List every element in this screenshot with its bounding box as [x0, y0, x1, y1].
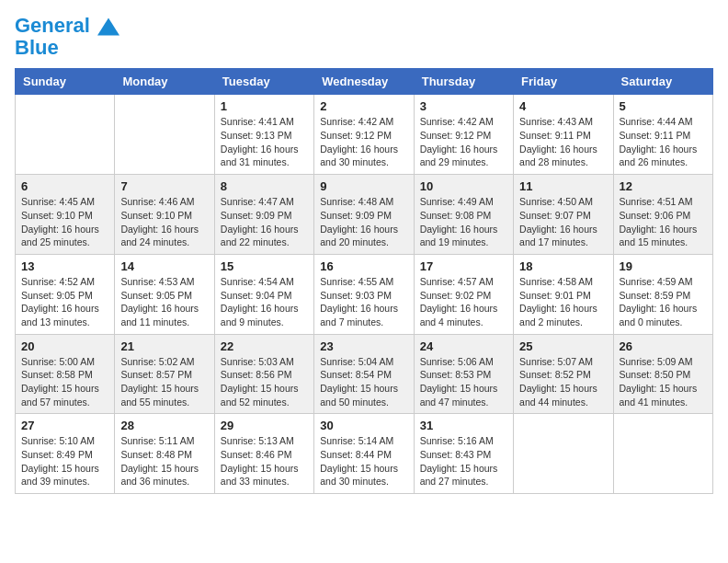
calendar-cell: 23Sunrise: 5:04 AM Sunset: 8:54 PM Dayli… — [314, 334, 414, 414]
calendar-week-2: 6Sunrise: 4:45 AM Sunset: 9:10 PM Daylig… — [16, 175, 713, 255]
calendar-cell: 3Sunrise: 4:42 AM Sunset: 9:12 PM Daylig… — [414, 95, 513, 175]
day-info: Sunrise: 4:46 AM Sunset: 9:10 PM Dayligh… — [120, 195, 208, 249]
weekday-header-friday: Friday — [514, 69, 613, 95]
day-number: 10 — [420, 179, 507, 193]
day-number: 22 — [221, 339, 308, 353]
calendar-cell: 28Sunrise: 5:11 AM Sunset: 8:48 PM Dayli… — [115, 414, 214, 494]
calendar-cell: 4Sunrise: 4:43 AM Sunset: 9:11 PM Daylig… — [514, 95, 613, 175]
day-info: Sunrise: 5:09 AM Sunset: 8:50 PM Dayligh… — [620, 355, 707, 409]
day-info: Sunrise: 4:42 AM Sunset: 9:12 PM Dayligh… — [320, 115, 407, 169]
calendar-cell: 29Sunrise: 5:13 AM Sunset: 8:46 PM Dayli… — [214, 414, 313, 494]
day-number: 13 — [21, 259, 108, 273]
day-number: 25 — [519, 339, 607, 353]
weekday-header-monday: Monday — [115, 69, 214, 95]
calendar-cell: 22Sunrise: 5:03 AM Sunset: 8:56 PM Dayli… — [214, 334, 313, 414]
day-number: 6 — [21, 179, 108, 193]
calendar-cell: 21Sunrise: 5:02 AM Sunset: 8:57 PM Dayli… — [115, 334, 214, 414]
weekday-header-saturday: Saturday — [613, 69, 712, 95]
weekday-header-thursday: Thursday — [414, 69, 513, 95]
day-number: 5 — [620, 99, 707, 113]
day-info: Sunrise: 4:50 AM Sunset: 9:07 PM Dayligh… — [519, 195, 607, 249]
day-info: Sunrise: 4:49 AM Sunset: 9:08 PM Dayligh… — [420, 195, 507, 249]
calendar-cell: 7Sunrise: 4:46 AM Sunset: 9:10 PM Daylig… — [115, 175, 214, 255]
calendar-cell: 16Sunrise: 4:55 AM Sunset: 9:03 PM Dayli… — [314, 254, 414, 334]
day-info: Sunrise: 5:11 AM Sunset: 8:48 PM Dayligh… — [120, 434, 208, 488]
calendar-cell: 15Sunrise: 4:54 AM Sunset: 9:04 PM Dayli… — [214, 254, 313, 334]
day-info: Sunrise: 4:42 AM Sunset: 9:12 PM Dayligh… — [420, 115, 507, 169]
day-info: Sunrise: 5:02 AM Sunset: 8:57 PM Dayligh… — [120, 355, 208, 409]
calendar-week-1: 1Sunrise: 4:41 AM Sunset: 9:13 PM Daylig… — [16, 95, 713, 175]
day-info: Sunrise: 5:16 AM Sunset: 8:43 PM Dayligh… — [420, 434, 507, 488]
day-number: 23 — [320, 339, 407, 353]
day-number: 19 — [620, 259, 707, 273]
day-number: 31 — [420, 419, 507, 432]
calendar-cell: 30Sunrise: 5:14 AM Sunset: 8:44 PM Dayli… — [314, 414, 414, 494]
calendar-cell: 24Sunrise: 5:06 AM Sunset: 8:53 PM Dayli… — [414, 334, 513, 414]
calendar-week-5: 27Sunrise: 5:10 AM Sunset: 8:49 PM Dayli… — [16, 414, 713, 494]
calendar-cell: 25Sunrise: 5:07 AM Sunset: 8:52 PM Dayli… — [514, 334, 613, 414]
day-info: Sunrise: 4:41 AM Sunset: 9:13 PM Dayligh… — [221, 115, 308, 169]
calendar-cell — [514, 414, 613, 494]
day-info: Sunrise: 4:55 AM Sunset: 9:03 PM Dayligh… — [320, 275, 407, 329]
day-number: 3 — [420, 99, 507, 113]
day-info: Sunrise: 4:57 AM Sunset: 9:02 PM Dayligh… — [420, 275, 507, 329]
weekday-header-sunday: Sunday — [16, 69, 115, 95]
page-header: General Blue — [15, 15, 713, 59]
day-number: 9 — [320, 179, 407, 193]
calendar-cell: 27Sunrise: 5:10 AM Sunset: 8:49 PM Dayli… — [16, 414, 115, 494]
day-number: 20 — [21, 339, 108, 353]
day-info: Sunrise: 4:59 AM Sunset: 8:59 PM Dayligh… — [620, 275, 707, 329]
day-number: 18 — [519, 259, 607, 273]
logo-text: General — [15, 15, 119, 37]
calendar-cell: 10Sunrise: 4:49 AM Sunset: 9:08 PM Dayli… — [414, 175, 513, 255]
day-number: 30 — [320, 419, 407, 432]
calendar-week-3: 13Sunrise: 4:52 AM Sunset: 9:05 PM Dayli… — [16, 254, 713, 334]
day-info: Sunrise: 4:58 AM Sunset: 9:01 PM Dayligh… — [519, 275, 607, 329]
calendar-header-row: SundayMondayTuesdayWednesdayThursdayFrid… — [16, 69, 713, 95]
calendar-week-4: 20Sunrise: 5:00 AM Sunset: 8:58 PM Dayli… — [16, 334, 713, 414]
day-info: Sunrise: 4:52 AM Sunset: 9:05 PM Dayligh… — [21, 275, 108, 329]
calendar-cell: 26Sunrise: 5:09 AM Sunset: 8:50 PM Dayli… — [613, 334, 712, 414]
day-info: Sunrise: 4:48 AM Sunset: 9:09 PM Dayligh… — [320, 195, 407, 249]
calendar-cell: 31Sunrise: 5:16 AM Sunset: 8:43 PM Dayli… — [414, 414, 513, 494]
calendar-cell: 18Sunrise: 4:58 AM Sunset: 9:01 PM Dayli… — [514, 254, 613, 334]
day-number: 11 — [519, 179, 607, 193]
svg-marker-0 — [97, 18, 119, 36]
calendar-cell: 9Sunrise: 4:48 AM Sunset: 9:09 PM Daylig… — [314, 175, 414, 255]
calendar-cell: 11Sunrise: 4:50 AM Sunset: 9:07 PM Dayli… — [514, 175, 613, 255]
day-info: Sunrise: 5:00 AM Sunset: 8:58 PM Dayligh… — [21, 355, 108, 409]
day-info: Sunrise: 4:45 AM Sunset: 9:10 PM Dayligh… — [21, 195, 108, 249]
day-number: 14 — [120, 259, 208, 273]
calendar-cell: 6Sunrise: 4:45 AM Sunset: 9:10 PM Daylig… — [16, 175, 115, 255]
day-number: 12 — [620, 179, 707, 193]
calendar-cell — [16, 95, 115, 175]
day-number: 17 — [420, 259, 507, 273]
calendar-cell — [613, 414, 712, 494]
day-number: 24 — [420, 339, 507, 353]
calendar-cell: 20Sunrise: 5:00 AM Sunset: 8:58 PM Dayli… — [16, 334, 115, 414]
calendar-cell: 5Sunrise: 4:44 AM Sunset: 9:11 PM Daylig… — [613, 95, 712, 175]
calendar-cell: 14Sunrise: 4:53 AM Sunset: 9:05 PM Dayli… — [115, 254, 214, 334]
day-info: Sunrise: 5:03 AM Sunset: 8:56 PM Dayligh… — [221, 355, 308, 409]
day-number: 15 — [221, 259, 308, 273]
weekday-header-tuesday: Tuesday — [214, 69, 313, 95]
day-info: Sunrise: 5:06 AM Sunset: 8:53 PM Dayligh… — [420, 355, 507, 409]
calendar-cell: 13Sunrise: 4:52 AM Sunset: 9:05 PM Dayli… — [16, 254, 115, 334]
calendar-cell: 2Sunrise: 4:42 AM Sunset: 9:12 PM Daylig… — [314, 95, 414, 175]
day-info: Sunrise: 4:43 AM Sunset: 9:11 PM Dayligh… — [519, 115, 607, 169]
calendar-cell: 1Sunrise: 4:41 AM Sunset: 9:13 PM Daylig… — [214, 95, 313, 175]
day-info: Sunrise: 5:10 AM Sunset: 8:49 PM Dayligh… — [21, 434, 108, 488]
day-info: Sunrise: 4:54 AM Sunset: 9:04 PM Dayligh… — [221, 275, 308, 329]
day-number: 27 — [21, 419, 108, 432]
day-info: Sunrise: 5:14 AM Sunset: 8:44 PM Dayligh… — [320, 434, 407, 488]
day-info: Sunrise: 5:07 AM Sunset: 8:52 PM Dayligh… — [519, 355, 607, 409]
day-number: 28 — [120, 419, 208, 432]
day-info: Sunrise: 5:13 AM Sunset: 8:46 PM Dayligh… — [221, 434, 308, 488]
day-number: 8 — [221, 179, 308, 193]
weekday-header-wednesday: Wednesday — [314, 69, 414, 95]
day-number: 26 — [620, 339, 707, 353]
calendar-cell: 19Sunrise: 4:59 AM Sunset: 8:59 PM Dayli… — [613, 254, 712, 334]
calendar-cell: 17Sunrise: 4:57 AM Sunset: 9:02 PM Dayli… — [414, 254, 513, 334]
day-info: Sunrise: 5:04 AM Sunset: 8:54 PM Dayligh… — [320, 355, 407, 409]
calendar-cell — [115, 95, 214, 175]
